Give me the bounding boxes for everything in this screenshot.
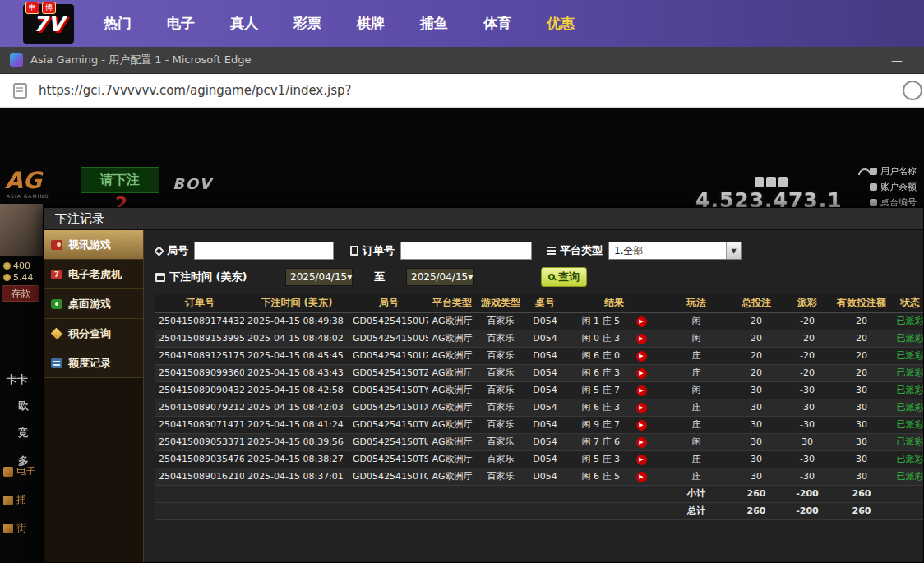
status-badge: 已派彩 (892, 416, 923, 433)
subtotal-row: 小计 260 -200 260 (155, 485, 923, 502)
sidebar-fragment: 竞 (18, 426, 29, 441)
table-no-cell: D054 (525, 399, 565, 416)
bet-time-cell: 2025-04-15 08:41:24 (244, 416, 349, 433)
order-no-cell: 250415089174432 (155, 312, 244, 330)
valid-bet-cell: 30 (831, 468, 892, 485)
valid-bet-cell: 20 (831, 312, 892, 330)
site-logo[interactable]: 申 博 7V (23, 4, 74, 44)
menu-item-label: 额度记录 (68, 356, 111, 371)
site-favicon-icon (10, 53, 23, 67)
chevron-down-icon: ▼ (347, 274, 352, 281)
round-no-cell: GD054254150TS (349, 450, 428, 468)
replay-video-icon[interactable]: ▶ (636, 455, 647, 465)
round-no-input[interactable] (194, 242, 334, 260)
nav-item[interactable]: 真人 (230, 14, 258, 33)
list-icon (547, 247, 556, 248)
nav-item[interactable]: 棋牌 (357, 14, 385, 33)
game-type-cell: 百家乐 (476, 330, 525, 347)
date-from-select[interactable]: 2025/04/15 ▼ (285, 268, 353, 286)
minimize-button[interactable]: — (880, 53, 914, 67)
replay-video-icon[interactable]: ▶ (636, 351, 647, 362)
play-type-cell: 庄 (663, 450, 729, 468)
menu-item-label: 电子老虎机 (68, 267, 122, 282)
site-nav-items: 热门 电子 真人 彩票 棋牌 捕鱼 体育 优惠 (104, 14, 575, 33)
page-info-icon[interactable] (13, 83, 27, 99)
result-text: 闲 6 庄 3 (582, 402, 621, 413)
order-no-cell: 250415089035476 (155, 450, 244, 468)
bet-time-cell: 2025-04-15 08:42:58 (244, 381, 349, 399)
search-button[interactable]: 查询 (541, 267, 587, 287)
order-no-input[interactable] (400, 242, 532, 260)
payout-cell: -30 (783, 381, 831, 399)
total-row: 总计 260 -200 260 (155, 502, 923, 519)
platform-cell: AG欧洲厅 (428, 399, 476, 416)
payout-cell: -20 (783, 312, 831, 330)
game-type-cell: 百家乐 (476, 312, 525, 330)
menu-item[interactable]: 电子老虎机 (44, 260, 143, 289)
payout-cell: -30 (783, 416, 831, 433)
bet-row: 250415089099360 2025-04-15 08:43:43 GD05… (155, 364, 923, 381)
chevron-down-icon[interactable]: ▼ (726, 242, 741, 259)
bet-row: 250415089153995 2025-04-15 08:48:02 GD05… (155, 330, 923, 347)
order-no-cell: 250415089071471 (155, 416, 244, 433)
tag-icon (154, 246, 164, 256)
profile-icon[interactable] (903, 81, 922, 100)
nav-item[interactable]: 优惠 (547, 14, 575, 33)
address-input[interactable]: https://gci.7vvvvvv.com/agingame/pcv1/in… (39, 83, 351, 98)
menu-item[interactable]: 积分查询 (44, 319, 143, 348)
account-info-label: 用户名称 (880, 165, 917, 178)
play-type-cell: 闲 (663, 433, 729, 450)
platform-cell: AG欧洲厅 (428, 450, 476, 468)
menu-item[interactable]: 视讯游戏 (44, 230, 143, 260)
column-header: 玩法 (663, 294, 729, 312)
round-no-cell: GD054254150TQ (349, 468, 428, 485)
replay-video-icon[interactable]: ▶ (636, 420, 647, 431)
menu-item[interactable]: 桌面游戏 (44, 289, 143, 319)
replay-video-icon[interactable]: ▶ (636, 403, 647, 413)
table-no-cell: D054 (525, 347, 565, 364)
result-cell: 闲 6 庄 5 ▶ (565, 468, 663, 485)
platform-cell: AG欧洲厅 (428, 364, 476, 381)
bet-row: 250415089090432 2025-04-15 08:42:58 GD05… (155, 381, 923, 399)
total-bet-cell: 20 (729, 364, 783, 381)
result-cell: 闲 5 庄 7 ▶ (565, 381, 663, 399)
filter-row-2: 下注时间 (美东) 2025/04/15 ▼ 至 2025/04/15 ▼ (155, 266, 923, 288)
column-header: 有效投注额 (831, 294, 892, 312)
column-header: 桌号 (525, 294, 565, 312)
order-no-cell: 250415089090432 (155, 381, 244, 399)
status-badge: 已派彩 (892, 399, 923, 416)
replay-video-icon[interactable]: ▶ (636, 334, 647, 344)
replay-video-icon[interactable]: ▶ (636, 385, 647, 396)
valid-bet-cell: 20 (831, 330, 892, 347)
platform-type-select[interactable]: 1.全部 ▼ (608, 242, 742, 260)
nav-item[interactable]: 捕鱼 (420, 14, 448, 33)
balance-row-1: 400 (3, 261, 30, 271)
result-cell: 闲 5 庄 3 ▶ (565, 450, 663, 468)
menu-item[interactable]: 额度记录 (44, 348, 143, 378)
nav-item[interactable]: 彩票 (293, 14, 321, 33)
bet-row: 250415089053371 2025-04-15 08:39:56 GD05… (155, 433, 923, 450)
status-badge: 已派彩 (892, 381, 923, 399)
date-to-select[interactable]: 2025/04/15 ▼ (406, 268, 474, 286)
nav-item[interactable]: 热门 (104, 14, 132, 33)
replay-video-icon[interactable]: ▶ (636, 437, 647, 448)
date-range-to-label: 至 (374, 270, 385, 284)
replay-video-icon[interactable]: ▶ (636, 472, 647, 482)
column-header: 结果 (565, 294, 663, 312)
dock-item: 街 (3, 521, 26, 535)
valid-bet-cell: 20 (831, 347, 892, 364)
dock-icon (3, 496, 13, 505)
account-info-icon (870, 183, 877, 191)
magnifier-icon (548, 274, 555, 280)
result-text: 闲 0 庄 3 (582, 333, 621, 344)
total-bet-cell: 30 (729, 433, 783, 450)
chevron-down-icon: ▼ (468, 274, 473, 281)
betting-records-modal: 下注记录 视讯游戏 电子老虎机 (43, 207, 924, 563)
replay-video-icon[interactable]: ▶ (636, 368, 647, 379)
replay-video-icon[interactable]: ▶ (636, 316, 647, 327)
nav-item[interactable]: 体育 (483, 14, 511, 33)
platform-cell: AG欧洲厅 (428, 468, 476, 485)
valid-bet-cell: 20 (831, 364, 892, 381)
account-info-row: 账户余额 (870, 181, 917, 193)
nav-item[interactable]: 电子 (167, 14, 195, 33)
